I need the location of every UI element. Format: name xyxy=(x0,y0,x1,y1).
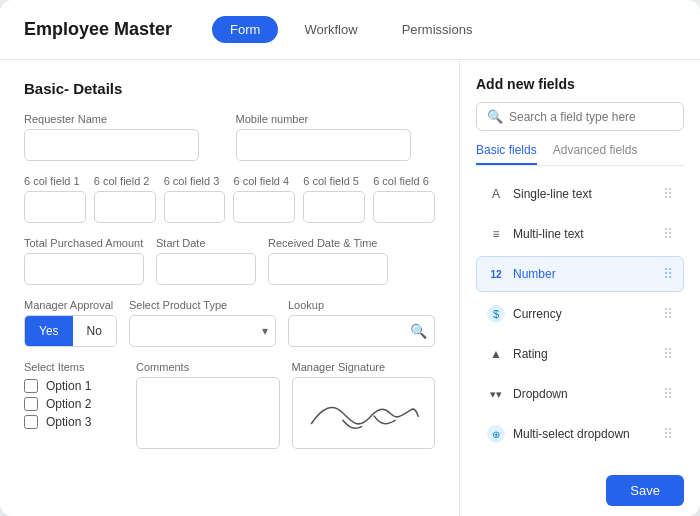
checkbox-option3: Option 3 xyxy=(24,415,124,429)
col1-input[interactable] xyxy=(24,191,86,223)
field-signature: Manager Signature xyxy=(292,361,436,449)
checkbox-option2: Option 2 xyxy=(24,397,124,411)
multi-select-icon: ⊕ xyxy=(487,425,505,443)
field-received-date: Received Date & Time xyxy=(268,237,388,285)
row-requester-mobile: Requester Name Mobile number xyxy=(24,113,435,161)
signature-svg xyxy=(301,383,427,443)
drag-icon-number: ⠿ xyxy=(663,266,673,282)
fields-tab-advanced[interactable]: Advanced fields xyxy=(553,143,638,165)
field-search-input[interactable] xyxy=(509,110,673,124)
drag-icon-multi: ⠿ xyxy=(663,226,673,242)
field-total-purchased: Total Purchased Amount xyxy=(24,237,144,285)
drag-icon-multi-select: ⠿ xyxy=(663,426,673,442)
header: Employee Master Form Workflow Permission… xyxy=(0,0,700,60)
field-start-date: Start Date xyxy=(156,237,256,285)
col3-label: 6 col field 3 xyxy=(164,175,226,187)
no-button[interactable]: No xyxy=(73,316,116,346)
checkbox-option3-input[interactable] xyxy=(24,415,38,429)
section-title: Basic- Details xyxy=(24,80,435,97)
tab-permissions[interactable]: Permissions xyxy=(384,16,491,43)
field-item-number[interactable]: 12 Number ⠿ xyxy=(476,256,684,292)
manager-signature-label: Manager Signature xyxy=(292,361,436,373)
total-purchased-label: Total Purchased Amount xyxy=(24,237,144,249)
field-requester-name: Requester Name xyxy=(24,113,224,161)
dropdown-icon: ▾▾ xyxy=(487,385,505,403)
fields-tabs: Basic fields Advanced fields xyxy=(476,143,684,166)
total-purchased-input[interactable] xyxy=(24,253,144,285)
fields-tab-basic[interactable]: Basic fields xyxy=(476,143,537,165)
right-panel: Add new fields 🔍 Basic fields Advanced f… xyxy=(460,60,700,516)
tab-group: Form Workflow Permissions xyxy=(212,16,490,43)
received-date-input[interactable] xyxy=(268,253,388,285)
col6-label: 6 col field 6 xyxy=(373,175,435,187)
mobile-number-label: Mobile number xyxy=(236,113,436,125)
mobile-number-input[interactable] xyxy=(236,129,411,161)
dropdown-label: Dropdown xyxy=(513,387,568,401)
select-items-label: Select Items xyxy=(24,361,124,373)
field-item-multi-select[interactable]: ⊕ Multi-select dropdown ⠿ xyxy=(476,416,684,452)
requester-name-input[interactable] xyxy=(24,129,199,161)
drag-icon-currency: ⠿ xyxy=(663,306,673,322)
comments-textarea[interactable] xyxy=(136,377,280,449)
right-panel-footer: Save xyxy=(590,465,700,516)
field-col3: 6 col field 3 xyxy=(164,175,226,223)
rating-label: Rating xyxy=(513,347,548,361)
field-item-rating[interactable]: ▲ Rating ⠿ xyxy=(476,336,684,372)
start-date-input[interactable] xyxy=(156,253,256,285)
col2-label: 6 col field 2 xyxy=(94,175,156,187)
drag-icon-dropdown: ⠿ xyxy=(663,386,673,402)
col3-input[interactable] xyxy=(164,191,226,223)
manager-approval-label: Manager Approval xyxy=(24,299,117,311)
currency-label: Currency xyxy=(513,307,562,321)
select-product-input[interactable] xyxy=(129,315,276,347)
lookup-label: Lookup xyxy=(288,299,435,311)
field-item-single-line[interactable]: A Single-line text ⠿ xyxy=(476,176,684,212)
field-comments: Comments xyxy=(136,361,280,449)
app-container: Employee Master Form Workflow Permission… xyxy=(0,0,700,516)
field-list: A Single-line text ⠿ ≡ Multi-line text ⠿… xyxy=(476,176,684,500)
checkbox-option1-input[interactable] xyxy=(24,379,38,393)
yes-button[interactable]: Yes xyxy=(25,316,73,346)
field-mobile-number: Mobile number xyxy=(236,113,436,161)
field-item-currency[interactable]: $ Currency ⠿ xyxy=(476,296,684,332)
checkbox-option1: Option 1 xyxy=(24,379,124,393)
col4-input[interactable] xyxy=(233,191,295,223)
lookup-input[interactable] xyxy=(288,315,435,347)
drag-icon-single: ⠿ xyxy=(663,186,673,202)
left-panel: Basic- Details Requester Name Mobile num… xyxy=(0,60,460,516)
select-product-label: Select Product Type xyxy=(129,299,276,311)
single-line-label: Single-line text xyxy=(513,187,592,201)
multi-select-label: Multi-select dropdown xyxy=(513,427,630,441)
field-col2: 6 col field 2 xyxy=(94,175,156,223)
search-icon: 🔍 xyxy=(487,109,503,124)
col2-input[interactable] xyxy=(94,191,156,223)
save-button[interactable]: Save xyxy=(606,475,684,506)
tab-form[interactable]: Form xyxy=(212,16,278,43)
col5-input[interactable] xyxy=(303,191,365,223)
select-items-section: Select Items Option 1 Option 2 Option 3 xyxy=(24,361,124,433)
col4-label: 6 col field 4 xyxy=(233,175,295,187)
number-label: Number xyxy=(513,267,556,281)
field-item-multi-line[interactable]: ≡ Multi-line text ⠿ xyxy=(476,216,684,252)
drag-icon-rating: ⠿ xyxy=(663,346,673,362)
option2-label: Option 2 xyxy=(46,397,91,411)
tab-workflow[interactable]: Workflow xyxy=(286,16,375,43)
number-icon: 12 xyxy=(487,265,505,283)
lookup-wrapper: 🔍 xyxy=(288,315,435,347)
multi-line-label: Multi-line text xyxy=(513,227,584,241)
col6-input[interactable] xyxy=(373,191,435,223)
checkbox-option2-input[interactable] xyxy=(24,397,38,411)
col1-label: 6 col field 1 xyxy=(24,175,86,187)
six-col-row: 6 col field 1 6 col field 2 6 col field … xyxy=(24,175,435,223)
main-content: Basic- Details Requester Name Mobile num… xyxy=(0,60,700,516)
app-title: Employee Master xyxy=(24,19,172,40)
single-line-icon: A xyxy=(487,185,505,203)
field-select-product: Select Product Type xyxy=(129,299,276,347)
start-date-label: Start Date xyxy=(156,237,256,249)
field-col1: 6 col field 1 xyxy=(24,175,86,223)
field-manager-approval: Manager Approval Yes No xyxy=(24,299,117,347)
col5-label: 6 col field 5 xyxy=(303,175,365,187)
field-item-dropdown[interactable]: ▾▾ Dropdown ⠿ xyxy=(476,376,684,412)
option1-label: Option 1 xyxy=(46,379,91,393)
field-col6: 6 col field 6 xyxy=(373,175,435,223)
